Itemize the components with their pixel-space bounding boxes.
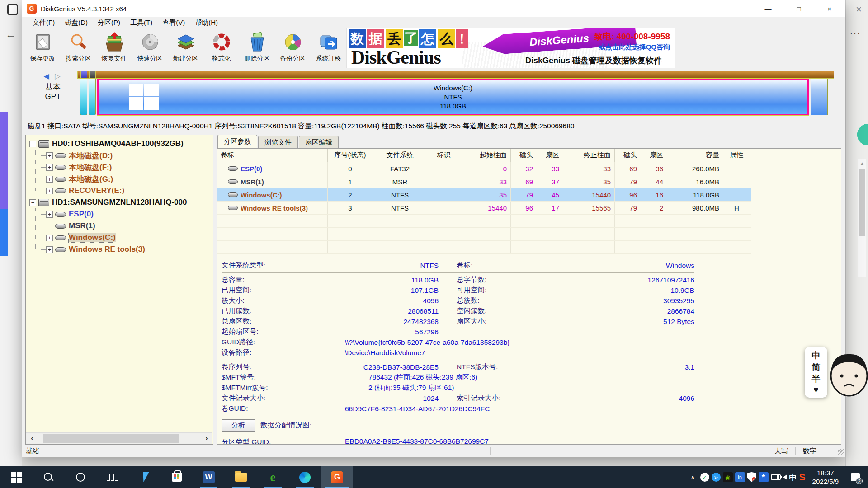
expand-icon[interactable]: +	[46, 235, 53, 241]
ime-simplified-mode[interactable]: 简	[812, 361, 821, 373]
cortana-button[interactable]	[64, 466, 96, 488]
action-center-button[interactable]: 2	[845, 466, 865, 488]
partition-icon	[55, 188, 66, 193]
scroll-right-icon[interactable]: ›	[201, 434, 212, 442]
save-changes-button[interactable]: 保存更改	[25, 28, 61, 67]
msr-partition-block[interactable]	[89, 79, 96, 115]
menu-tools[interactable]: 工具(T)	[125, 19, 157, 27]
tree-item-local-f[interactable]: + 本地磁盘(F:)	[26, 161, 213, 173]
backup-partition-button[interactable]: 备份分区	[275, 28, 311, 67]
table-row-esp[interactable]: ESP(0) 0 FAT32 0 32 33 33 69 36 260.0MB	[217, 162, 751, 175]
expand-icon[interactable]: +	[46, 246, 53, 253]
menu-help[interactable]: 帮助(H)	[190, 19, 223, 27]
speaker-icon[interactable]	[783, 474, 787, 480]
mascot-image	[828, 348, 868, 398]
scroll-left-icon[interactable]: ‹	[26, 434, 38, 442]
tree-item-local-d[interactable]: + 本地磁盘(D:)	[26, 150, 213, 161]
windows-c-partition-block[interactable]: Windows(C:) NTFS 118.0GB	[97, 79, 809, 115]
ime-chinese-mode[interactable]: 中	[812, 350, 821, 361]
sogou-icon[interactable]: S	[799, 472, 806, 483]
banner-qq-link[interactable]: 或点击此处选择QQ咨询	[599, 43, 670, 52]
battery-icon[interactable]	[771, 474, 781, 480]
analyze-button[interactable]: 分析	[222, 419, 255, 432]
re-tools-partition-block[interactable]	[811, 79, 828, 115]
expand-icon[interactable]: +	[46, 176, 53, 183]
tree-item-hd1[interactable]: − HD1:SAMSUNGMZNLN128HAHQ-000	[26, 197, 213, 208]
status-bar: 就绪 大写 数字	[22, 445, 845, 457]
tree-item-local-g[interactable]: + 本地磁盘(G:)	[26, 173, 213, 185]
snowflake-icon[interactable]: *	[759, 472, 769, 482]
nvidia-icon[interactable]: ◉	[723, 472, 733, 482]
format-button[interactable]: 格式化	[203, 28, 239, 67]
ime-indicator[interactable]: 中	[789, 472, 797, 483]
edge-button[interactable]	[289, 466, 321, 488]
defender-shield-icon[interactable]: ×	[747, 472, 756, 482]
partition-type-guid-row: 分区类型 GUID: EBD0A0A2-B9E5-4433-87C0-68B6B…	[222, 434, 782, 445]
menu-disk[interactable]: 磁盘(D)	[60, 19, 93, 27]
messenger-icon[interactable]: ➢	[712, 473, 721, 482]
expand-icon[interactable]: +	[46, 188, 53, 194]
diskgenius-taskbar-button[interactable]: G	[321, 466, 353, 488]
maximize-button[interactable]: □	[783, 0, 814, 17]
delete-partition-button[interactable]: 删除分区	[239, 28, 275, 67]
tab-partition-params[interactable]: 分区参数	[217, 135, 257, 148]
menu-file[interactable]: 文件(F)	[28, 19, 60, 27]
tree-item-msr[interactable]: + MSR(1)	[26, 220, 213, 232]
expand-icon[interactable]: +	[46, 152, 53, 159]
next-disk-icon[interactable]: ▷	[55, 72, 62, 80]
security-check-icon[interactable]: ✓	[700, 473, 709, 482]
resize-grip[interactable]	[838, 449, 844, 455]
partition-icon	[55, 153, 66, 158]
tree-item-windows-c[interactable]: + Windows(C:)	[26, 232, 213, 244]
disk-strip	[77, 71, 834, 79]
divider	[222, 272, 694, 273]
ime-favorite-icon[interactable]: ♥	[813, 385, 818, 395]
tab-sector-edit[interactable]: 扇区编辑	[299, 136, 339, 148]
start-button[interactable]	[0, 466, 32, 488]
intel-graphics-icon[interactable]: in	[735, 472, 745, 482]
minimize-button[interactable]: —	[753, 0, 783, 17]
flash-app-button[interactable]	[128, 466, 160, 488]
close-button[interactable]: ×	[814, 0, 845, 17]
windows-start-icon	[11, 472, 22, 483]
promo-banner[interactable]: 数 据 丢 了 怎 么 ！ DiskGenius DiskGenius 致电: …	[346, 28, 675, 68]
ime-halfwidth-mode[interactable]: 半	[812, 373, 821, 385]
browser-tab-icon	[7, 4, 18, 15]
expand-icon[interactable]: +	[46, 164, 53, 171]
tab-browse-files[interactable]: 浏览文件	[258, 136, 298, 148]
word-button[interactable]: W	[193, 466, 225, 488]
tree-item-windows-re[interactable]: + Windows RE tools(3)	[26, 244, 213, 255]
prev-disk-icon[interactable]: ◀	[43, 72, 51, 80]
collapse-icon[interactable]: −	[29, 199, 36, 206]
search-partition-button[interactable]: 搜索分区	[61, 28, 96, 67]
scroll-up-icon[interactable]: ▲	[858, 159, 866, 166]
new-partition-button[interactable]: 新建分区	[168, 28, 203, 67]
tree-item-esp[interactable]: + ESP(0)	[26, 208, 213, 220]
store-button[interactable]	[160, 466, 193, 488]
word-icon: W	[203, 471, 215, 483]
ime-toolbar[interactable]: 中 简 半 ♥	[805, 347, 827, 398]
tree-item-hd0[interactable]: − HD0:TOSHIBAMQ04ABF100(932GB)	[26, 138, 213, 150]
table-row-msr[interactable]: MSR(1) 1 MSR 33 69 37 35 79 44 16.0MB	[217, 175, 751, 188]
menu-view[interactable]: 查看(V)	[157, 19, 190, 27]
scroll-thumb[interactable]	[43, 434, 179, 443]
expand-icon[interactable]: +	[46, 211, 53, 218]
browser-360-button[interactable]: e	[257, 466, 289, 488]
menu-partition[interactable]: 分区(P)	[93, 19, 125, 27]
tray-expand-icon[interactable]: ∧	[690, 474, 695, 481]
task-view-button[interactable]	[96, 466, 128, 488]
file-explorer-button[interactable]	[225, 466, 257, 488]
table-row-windows-re[interactable]: Windows RE tools(3) 3 NTFS 15440 96 17 1…	[217, 202, 751, 215]
recover-files-button[interactable]: 恢复文件	[96, 28, 132, 67]
scroll-thumb[interactable]	[859, 169, 865, 236]
table-row-windows-c-selected[interactable]: Windows(C:) 2 NTFS 35 79 45 15440 96 16 …	[217, 188, 751, 202]
tree-horizontal-scrollbar[interactable]: ‹ ›	[26, 432, 212, 444]
background-scrollbar[interactable]: ▲	[858, 159, 866, 277]
tree-item-recovery-e[interactable]: + RECOVERY(E:)	[26, 185, 213, 197]
collapse-icon[interactable]: −	[29, 141, 36, 147]
system-migrate-button[interactable]: 系统迁移	[311, 28, 346, 67]
taskbar-clock[interactable]: 18:37 2022/5/9	[808, 469, 843, 486]
esp-partition-block[interactable]	[80, 79, 87, 115]
taskbar-search-button[interactable]	[32, 466, 64, 488]
quick-partition-button[interactable]: 快速分区	[132, 28, 168, 67]
